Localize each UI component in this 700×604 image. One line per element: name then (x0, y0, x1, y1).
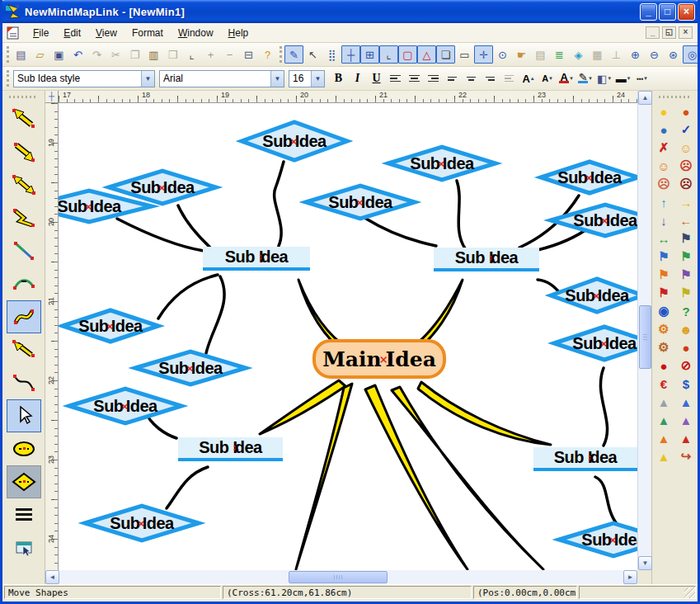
flag-orange-icon[interactable]: ⚑ (654, 266, 674, 284)
menu-view[interactable]: View (88, 25, 124, 41)
vertical-scrollbar[interactable]: ▲ ▼ (637, 91, 651, 570)
triangle-blue-icon[interactable]: ▲ (676, 393, 697, 411)
triangle-yellow-icon[interactable]: ▲ (654, 447, 674, 465)
ellipse-node-icon[interactable] (7, 432, 41, 465)
line-width-button[interactable]: ▬▾ (613, 69, 632, 87)
scroll-up-button[interactable]: ▲ (638, 91, 652, 105)
bomb-icon[interactable]: ● (676, 102, 697, 120)
thin-curve-connector-icon[interactable] (7, 366, 41, 399)
arrow-left-icon[interactable]: ← (676, 211, 697, 229)
dollar-icon[interactable]: $ (676, 375, 697, 393)
sub-idea-diamond-label[interactable]: Sub×Idea (557, 168, 621, 187)
zoom-region-icon[interactable]: ⊛ (664, 45, 683, 64)
straight-line-connector-icon[interactable] (7, 234, 41, 267)
minimize-button[interactable]: _ (640, 3, 657, 21)
zigzag-arrow-connector-icon[interactable] (7, 201, 41, 234)
no-entry-icon[interactable]: ⊘ (676, 356, 697, 375)
lightbulb-icon[interactable]: ● (654, 102, 674, 120)
euro-icon[interactable]: € (654, 375, 674, 393)
mindmap-canvas[interactable]: Sub I×dea Sub I×dea Sub I×dea Sub I×dea … (59, 103, 637, 570)
select-pointer-icon[interactable] (7, 399, 41, 432)
resize-grip[interactable] (684, 587, 695, 598)
toolbar-grip[interactable] (7, 46, 9, 63)
flag-dark-icon[interactable]: ⚑ (676, 229, 697, 248)
happy-face-icon[interactable]: ☺ (676, 139, 697, 157)
sub-idea-diamond-label[interactable]: Sub×Idea (565, 286, 628, 305)
shape-edit-icon[interactable]: ❏ (436, 45, 455, 64)
sub-idea-diamond-label[interactable]: Sub×Idea (410, 154, 473, 173)
bullet-list-button[interactable] (500, 69, 519, 87)
font-combo[interactable]: Arial▼ (159, 70, 284, 87)
flag-purple-icon[interactable]: ⚑ (676, 266, 697, 284)
toolbar-grip[interactable] (7, 70, 11, 87)
flag-yellow-icon[interactable]: ⚑ (676, 284, 697, 302)
curve-connector-icon[interactable] (7, 267, 41, 300)
add-icon[interactable]: + (201, 45, 220, 64)
vertex-edit-icon[interactable]: △ (417, 45, 436, 64)
delete-x-icon[interactable]: ✗ (654, 139, 674, 157)
sub-idea-diamond-label[interactable]: Sub×Idea (573, 211, 637, 230)
screw-icon[interactable]: ⚙ (654, 338, 674, 356)
triangle-orange-icon[interactable]: ▲ (654, 429, 674, 447)
sub-idea-diamond-label[interactable]: Sub×Idea (572, 334, 636, 353)
flag-green-icon[interactable]: ⚑ (676, 248, 697, 266)
open-folder-icon[interactable]: ▱ (31, 45, 49, 64)
sub-idea-diamond-label[interactable]: Sub×Idea (93, 397, 157, 416)
triangle-red-icon[interactable]: ▲ (676, 429, 697, 447)
flag-red-icon[interactable]: ⚑ (654, 284, 674, 302)
paste-special-icon[interactable]: ❒ (163, 45, 182, 64)
sub-idea-rect-node[interactable]: Sub I×dea (203, 247, 310, 271)
horizontal-scrollbar[interactable]: ◄ ► (45, 570, 651, 584)
frame-icon[interactable]: ▭ (455, 45, 474, 64)
guides-icon[interactable]: ┼ (341, 45, 360, 64)
zoom-page-icon[interactable]: ◎ (683, 45, 700, 64)
arrow-right-icon[interactable]: → (676, 193, 697, 211)
pan-hand-icon[interactable]: ☛ (512, 45, 531, 64)
help-icon[interactable]: ? (258, 45, 277, 64)
sad-face-icon[interactable]: ☹ (654, 175, 674, 193)
flag-blue-icon[interactable]: ⚑ (654, 248, 674, 266)
properties-icon[interactable]: ▤ (531, 45, 550, 64)
triangle-green-icon[interactable]: ▲ (654, 411, 674, 429)
font-size-combo[interactable]: 16▼ (289, 70, 325, 87)
print-icon[interactable]: ⊟ (239, 45, 258, 64)
italic-button[interactable]: I (348, 69, 367, 87)
ruler-icon[interactable]: ⌞ (182, 45, 201, 64)
menu-file[interactable]: File (26, 25, 56, 41)
arrow-leftright-icon[interactable]: ↔ (654, 229, 674, 248)
question-icon[interactable]: ? (676, 302, 697, 320)
new-document-icon[interactable]: ▤ (12, 45, 31, 64)
undo-icon[interactable]: ↶ (68, 45, 87, 64)
sub-idea-diamond-label[interactable]: Sub×Idea (581, 531, 637, 550)
diamond-node-icon[interactable] (7, 465, 41, 498)
sub-idea-diamond-label[interactable]: Sub×Idea (59, 197, 121, 216)
grid-dots-icon[interactable]: ⣿ (322, 45, 341, 64)
table-pointer-icon[interactable] (7, 531, 41, 564)
main-idea-node[interactable]: Main×Idea (312, 339, 446, 379)
star-face-icon[interactable]: ☻ (676, 320, 697, 338)
font-color-button[interactable]: A▾ (557, 69, 576, 87)
corner-snap-icon[interactable]: ⌞ (379, 45, 398, 64)
triangle-gray-icon[interactable]: ▲ (654, 393, 674, 411)
sub-idea-diamond-label[interactable]: Sub×Idea (262, 132, 326, 151)
fire-icon[interactable]: ● (676, 338, 697, 356)
sub-idea-rect-node[interactable]: Sub I×dea (533, 447, 637, 471)
font-grow-button[interactable]: A▴ (519, 69, 538, 87)
mdi-minimize-button[interactable]: _ (646, 26, 660, 39)
sub-idea-diamond-label[interactable]: Sub×Idea (158, 359, 222, 378)
tools-icon[interactable]: ⚙ (654, 320, 674, 338)
close-button[interactable]: × (678, 3, 695, 21)
fill-color-button[interactable]: ◧▾ (594, 69, 613, 87)
redo-icon[interactable]: ↷ (87, 45, 106, 64)
globe-icon[interactable]: ● (654, 120, 674, 139)
grid-snap-icon[interactable]: ⊞ (360, 45, 379, 64)
grid-gray-icon[interactable]: ▦ (588, 45, 607, 64)
align-left-button[interactable] (386, 69, 405, 87)
sub-idea-rect-node[interactable]: Sub I×dea (178, 437, 283, 461)
cut-icon[interactable]: ✂ (106, 45, 125, 64)
triangle-purple-icon[interactable]: ▲ (676, 411, 697, 429)
arrow-ne-connector-icon[interactable] (7, 102, 41, 135)
sub-idea-rect-node[interactable]: Sub I×dea (434, 248, 539, 271)
maximize-button[interactable]: □ (659, 3, 676, 21)
sub-idea-diamond-label[interactable]: Sub×Idea (130, 178, 194, 197)
